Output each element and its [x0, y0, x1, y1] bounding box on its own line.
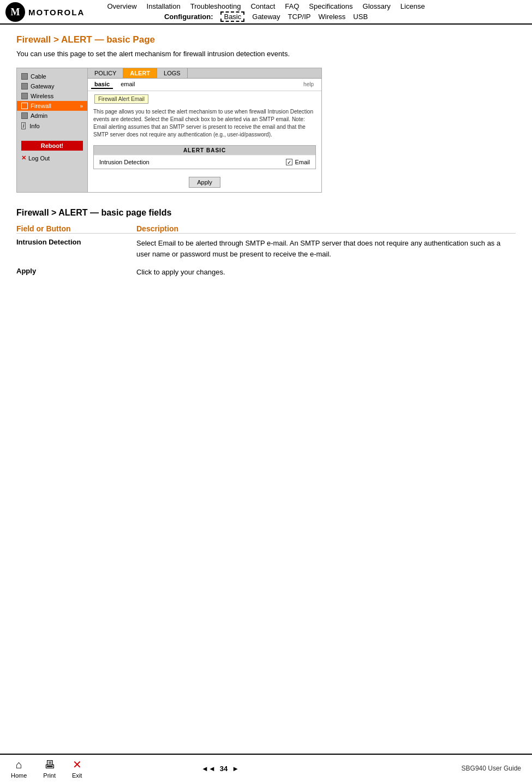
exit-label: Exit — [72, 772, 82, 779]
print-label: Print — [43, 772, 56, 779]
nav-license[interactable]: License — [401, 2, 425, 10]
ss-inner-panel: ALERT BASIC Intrusion Detection ✓ Email — [93, 145, 316, 169]
print-icon: 🖶 — [44, 759, 55, 771]
nav-row2: Configuration: Basic Gateway TCP/IP Wire… — [164, 11, 368, 22]
ss-wireless-icon — [21, 93, 28, 99]
ss-tooltip-area: Firewall Alert Email — [88, 91, 321, 107]
ss-apply-row: Apply — [88, 172, 321, 192]
ss-gateway-label: Gateway — [31, 83, 54, 89]
bottom-pagination: ◄◄ 34 ► — [201, 765, 239, 773]
ss-inner-title: ALERT BASIC — [94, 146, 315, 155]
ss-firewall-label: Firewall — [31, 103, 51, 109]
field-desc-apply: Click to apply your changes. — [136, 267, 516, 278]
ss-firewall-arrow: » — [80, 103, 83, 109]
logo-area: M MOTOROLA — [5, 2, 85, 22]
nav-troubleshooting[interactable]: Troubleshooting — [190, 2, 241, 10]
guide-label: SBG940 User Guide — [462, 765, 521, 772]
ss-firewall-icon — [21, 103, 28, 109]
nav-gateway[interactable]: Gateway — [252, 13, 280, 21]
config-label: Configuration: — [164, 13, 213, 21]
ss-inner-row: Intrusion Detection ✓ Email — [94, 155, 315, 169]
nav-specifications[interactable]: Specifications — [309, 2, 352, 10]
nav-faq[interactable]: FAQ — [285, 2, 299, 10]
field-row-intrusion: Intrusion Detection Select Email to be a… — [16, 238, 516, 259]
ss-email-checkbox-group: ✓ Email — [286, 159, 310, 165]
fields-header: Field or Button Description — [16, 224, 516, 234]
top-navigation: M MOTOROLA Overview Installation Trouble… — [0, 0, 532, 25]
ss-sidebar-firewall[interactable]: Firewall » — [17, 101, 87, 111]
nav-usb[interactable]: USB — [353, 13, 368, 21]
brand-name: MOTOROLA — [28, 8, 85, 17]
ss-sidebar-admin[interactable]: Admin — [17, 111, 87, 121]
field-row-apply: Apply Click to apply your changes. — [16, 267, 516, 278]
fields-header-col2: Description — [136, 224, 178, 233]
ss-subtab-basic[interactable]: basic — [91, 80, 113, 89]
screenshot-box: Cable Gateway Wireless Firewall » — [16, 68, 322, 193]
ss-sidebar-gateway[interactable]: Gateway — [17, 81, 87, 91]
fields-section: Firewall > ALERT — basic page fields Fie… — [16, 208, 516, 278]
ss-intrusion-label: Intrusion Detection — [99, 159, 286, 165]
nav-contact[interactable]: Contact — [250, 2, 275, 10]
exit-icon: ✕ — [73, 758, 82, 771]
logo-letter: M — [11, 7, 20, 18]
field-name-apply: Apply — [16, 267, 136, 275]
nav-installation[interactable]: Installation — [147, 2, 181, 10]
ss-reboot-button[interactable]: Reboot! — [21, 141, 83, 151]
bottom-print[interactable]: 🖶 Print — [43, 759, 56, 779]
ss-main-panel: POLICY ALERT LOGS basic email help Firew… — [88, 68, 321, 192]
nav-wireless[interactable]: Wireless — [318, 13, 345, 21]
ss-logout-label: Log Out — [28, 155, 50, 162]
ss-info-icon: i — [21, 122, 26, 129]
nav-tcpip[interactable]: TCP/IP — [288, 13, 311, 21]
nav-basic[interactable]: Basic — [220, 11, 244, 22]
field-name-intrusion: Intrusion Detection — [16, 238, 136, 246]
ss-sidebar: Cable Gateway Wireless Firewall » — [17, 68, 88, 192]
ss-sidebar-cable[interactable]: Cable — [17, 71, 87, 81]
ss-help-label: help — [299, 80, 318, 89]
ss-email-checkbox[interactable]: ✓ — [286, 159, 292, 165]
ss-cable-label: Cable — [31, 73, 46, 80]
page-number: 34 — [220, 765, 228, 773]
ss-tooltip: Firewall Alert Email — [94, 94, 148, 104]
page-description: You can use this page to set the alert m… — [16, 50, 516, 58]
ss-email-checkbox-label: Email — [295, 159, 310, 165]
ss-gateway-icon — [21, 83, 28, 89]
ss-logout-button[interactable]: ✕ Log Out — [17, 153, 87, 163]
bottom-home[interactable]: ⌂ Home — [11, 759, 27, 779]
ss-cable-icon — [21, 73, 28, 80]
fields-section-title: Firewall > ALERT — basic page fields — [16, 208, 516, 218]
ss-sidebar-info[interactable]: i Info — [17, 121, 87, 131]
motorola-logo-icon: M — [5, 2, 25, 22]
ss-body-text: This page allows you to select the alert… — [88, 107, 321, 142]
home-label: Home — [11, 772, 27, 779]
field-desc-intrusion: Select Email to be alerted through SMTP … — [136, 238, 516, 259]
nav-overview[interactable]: Overview — [107, 2, 136, 10]
ss-subtabs: basic email help — [88, 79, 321, 91]
ss-admin-icon — [21, 112, 28, 119]
screenshot-container: Cable Gateway Wireless Firewall » — [16, 68, 516, 193]
ss-admin-label: Admin — [31, 112, 47, 119]
ss-sidebar-wireless[interactable]: Wireless — [17, 91, 87, 101]
prev-arrow[interactable]: ◄◄ — [201, 765, 216, 773]
ss-info-label: Info — [29, 123, 39, 129]
ss-subtab-email[interactable]: email — [117, 80, 138, 89]
ss-logout-x-icon: ✕ — [21, 154, 26, 162]
page-title: Firewall > ALERT — basic Page — [16, 34, 516, 45]
ss-tab-logs[interactable]: LOGS — [157, 68, 188, 78]
nav-glossary[interactable]: Glossary — [363, 2, 391, 10]
fields-header-col1: Field or Button — [16, 224, 136, 233]
ss-tab-alert[interactable]: ALERT — [123, 68, 157, 78]
bottom-navigation: ⌂ Home 🖶 Print ✕ Exit ◄◄ 34 ► SBG940 Use… — [0, 754, 532, 782]
home-icon: ⌂ — [16, 759, 22, 771]
ss-tab-policy[interactable]: POLICY — [88, 68, 123, 78]
bottom-exit[interactable]: ✕ Exit — [72, 758, 82, 779]
ss-wireless-label: Wireless — [31, 93, 53, 99]
ss-tabs: POLICY ALERT LOGS — [88, 68, 321, 79]
next-arrow[interactable]: ► — [232, 765, 239, 773]
ss-apply-button[interactable]: Apply — [189, 177, 220, 188]
nav-row1: Overview Installation Troubleshooting Co… — [107, 2, 425, 10]
main-content: Firewall > ALERT — basic Page You can us… — [0, 25, 532, 295]
